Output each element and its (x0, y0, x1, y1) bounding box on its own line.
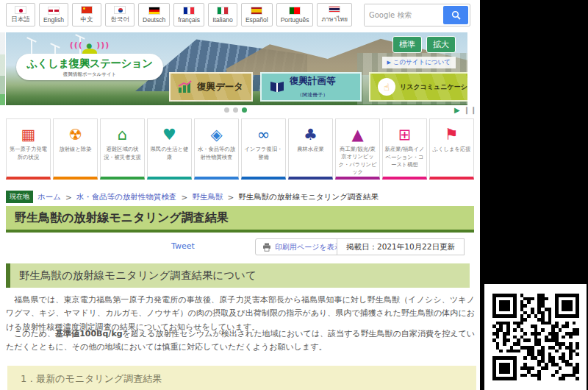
carousel-previous-slide-edge (0, 32, 5, 105)
printer-icon (262, 243, 271, 252)
lang-label: 日本語 (11, 15, 30, 24)
lang-button-french[interactable]: français (173, 3, 204, 26)
page-title: 野生鳥獣の放射線モニタリング調査結果 (15, 210, 229, 226)
text-size-controls: 標準 拡大 (392, 36, 456, 53)
recovery-plans-banner[interactable]: 復興計画等 （関連冊子） (260, 72, 362, 102)
meta-row: Tweet 印刷用ページを表示する 掲載日：2021年10月22日更新 (6, 238, 474, 256)
breadcrumb: 現在地 ホーム > 水・食品等の放射性物質検査 > 野生鳥獣 > 野生鳥獣の放射… (6, 191, 379, 203)
nuclear-plant-icon: ▦ (21, 125, 36, 146)
trees-icon: ♣ (304, 125, 318, 146)
thailand-flag-icon (329, 6, 340, 13)
lang-label: ภาษาไทย (321, 14, 348, 24)
lang-button-portuguese[interactable]: Português (276, 3, 314, 26)
hero-banner-buttons: 復興データ 復興計画等 （関連冊子） ☝ リスクコミュニケーション (169, 72, 467, 102)
carousel-dot-2[interactable] (233, 107, 238, 113)
lang-label: 한국어 (110, 15, 129, 24)
text-size-large-button[interactable]: 拡大 (426, 36, 456, 53)
arrow-right-icon: ▶ (387, 60, 391, 65)
search-input[interactable] (365, 4, 442, 26)
current-location-badge: 現在地 (6, 191, 33, 203)
heart-icon: ♥ (162, 125, 176, 146)
standard-value-bold: 基準値100Bq/kg (55, 329, 122, 338)
lang-label: Español (245, 16, 268, 24)
lang-label: 中文 (81, 15, 93, 24)
lang-button-german[interactable]: Deutsch (138, 3, 170, 26)
nav-tile-radiation-decontamination[interactable]: ☢ 放射線と除染 (53, 118, 98, 180)
italy-flag-icon (217, 7, 229, 15)
magnifier-icon (451, 10, 461, 20)
pinky-promise-icon: ☝ (378, 78, 395, 96)
breadcrumb-water-food-link[interactable]: 水・食品等の放射性物質検査 (76, 192, 177, 202)
lang-button-english[interactable]: English (39, 3, 68, 26)
carousel-dot-3-active[interactable] (242, 107, 247, 113)
page-title-bar: 野生鳥獣の放射線モニタリング調査結果 (6, 206, 474, 233)
lang-button-korean[interactable]: 한국어 (105, 3, 135, 26)
cheering-flag-icon: ⚑ (445, 125, 459, 146)
nav-tile-agriculture-forestry-fisheries[interactable]: ♣ 農林水産業 (288, 118, 333, 180)
site-logo[interactable]: ((( ● ))) ふくしま復興ステーション 復興情報ポータルサイト (16, 41, 163, 80)
lang-button-thai[interactable]: ภาษาไทย (317, 3, 352, 26)
lang-label: français (178, 16, 200, 24)
house-icon: ⌂ (118, 125, 127, 146)
hero-banner: ((( ● ))) ふくしま復興ステーション 復興情報ポータルサイト 標準 拡大… (6, 32, 467, 105)
carousel-dot-1[interactable] (224, 107, 229, 113)
breadcrumb-wildlife-link[interactable]: 野生鳥獣 (192, 192, 223, 202)
nav-tile-support-fukushima[interactable]: ⚑ ふくしまを応援 (429, 118, 474, 180)
nav-tile-new-industry-innovation-coast[interactable]: ⊞ 新産業/福島イノベーション・コースト構想 (382, 118, 427, 180)
site-subtitle: 復興情報ポータルサイト (24, 71, 156, 78)
carousel-dots (224, 107, 247, 113)
play-icon[interactable]: ▶ (454, 106, 460, 114)
breadcrumb-home-link[interactable]: ホーム (37, 192, 61, 202)
lang-label: English (43, 16, 64, 24)
lang-label: Português (281, 16, 309, 24)
breadcrumb-separator: > (227, 193, 234, 202)
lang-button-italian[interactable]: Italiano (208, 3, 237, 26)
lang-button-chinese[interactable]: 中文 (72, 3, 101, 26)
carousel-controls: ▶ ❙❙ (454, 106, 477, 114)
text-size-standard-button[interactable]: 標準 (392, 36, 422, 53)
tweet-button[interactable]: Tweet (171, 241, 195, 251)
portugal-flag-icon (289, 7, 301, 15)
bar-chart-icon (178, 80, 193, 93)
lang-button-spanish[interactable]: Español (241, 3, 273, 26)
site-title: ふくしま復興ステーション (24, 57, 156, 71)
binoculars-icon: ∞ (257, 125, 270, 146)
nav-tile-infrastructure[interactable]: ∞ インフラ復旧・整備 (241, 118, 286, 180)
qr-code (492, 294, 579, 380)
qr-code-panel (484, 284, 587, 390)
search-button[interactable] (443, 6, 468, 24)
nav-tile-evacuation-support[interactable]: ⌂ 避難区域の状況・被災者支援 (100, 118, 145, 180)
uk-flag-icon (48, 7, 60, 15)
nav-tile-life-health[interactable]: ♥ 県民の生活と健康 (147, 118, 192, 180)
sub-heading: 1．最新のモニタリング調査結果 (21, 372, 476, 386)
section-heading-bar: 野生鳥獣の放射線モニタリング調査結果について (6, 263, 470, 288)
china-flag-icon (81, 6, 93, 14)
page: 日本語 English 中文 한국어 Deutsch français Ital… (0, 0, 588, 390)
breadcrumb-separator: > (65, 193, 72, 202)
radiation-icon: ☢ (68, 125, 82, 146)
google-search-box (364, 4, 470, 26)
sub-heading-bar: 1．最新のモニタリング調査結果 (7, 366, 476, 390)
about-site-link[interactable]: ▶ このサイトについて (382, 57, 456, 68)
water-food-icon: ◈ (210, 125, 222, 146)
category-nav: ▦ 第一原子力発電所の状況 ☢ 放射線と除染 ⌂ 避難区域の状況・被災者支援 ♥… (6, 118, 474, 180)
antenna-waves-icon: ((( ● ))) (16, 41, 163, 50)
pause-icon[interactable]: ❙❙ (464, 106, 478, 114)
france-flag-icon (183, 7, 195, 15)
germany-flag-icon (148, 7, 160, 15)
risk-communication-banner[interactable]: ☝ リスクコミュニケーション (369, 72, 467, 102)
mountain-icon: ▲ (351, 125, 363, 146)
breadcrumb-current-page: 野生鳥獣の放射線モニタリング調査結果 (238, 192, 379, 202)
solar-panel-icon: ⊞ (398, 125, 412, 146)
recovery-data-banner[interactable]: 復興データ (169, 72, 253, 102)
lang-button-japanese[interactable]: 日本語 (6, 3, 35, 26)
korea-flag-icon (114, 6, 126, 14)
nav-tile-nuclear-plant-status[interactable]: ▦ 第一原子力発電所の状況 (6, 118, 51, 180)
lang-label: Deutsch (143, 16, 165, 24)
body-paragraph-2: このため、基準値100Bq/kgを超える放射性セシウムが検出された地域においては… (6, 327, 475, 355)
open-book-icon (269, 80, 285, 93)
japan-flag-icon (15, 6, 26, 14)
spain-flag-icon (251, 7, 262, 15)
nav-tile-water-food-inspection[interactable]: ◈ 水・食品等の放射性物質検査 (194, 118, 239, 180)
nav-tile-commerce-tourism-olympics[interactable]: ▲ 商工業/観光/東京オリンピック・パラリンピック (335, 118, 380, 180)
